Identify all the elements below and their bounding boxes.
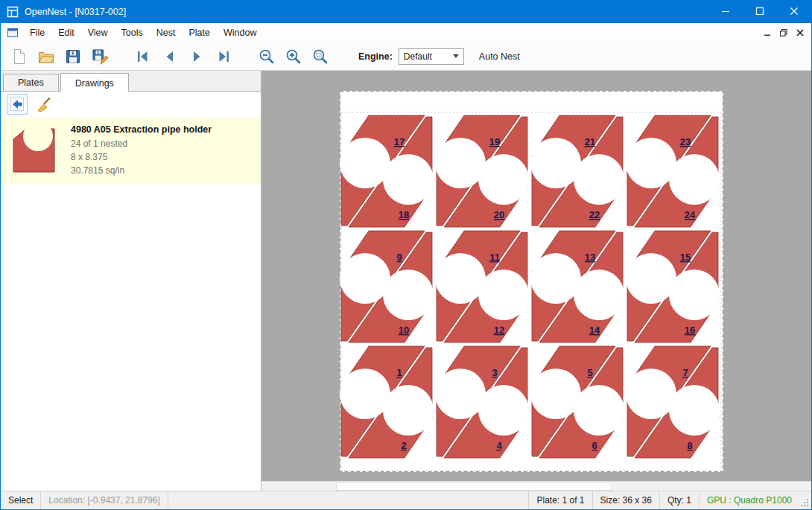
part-notch [626, 138, 676, 188]
next-plate-button[interactable] [185, 45, 208, 68]
part-number-label[interactable]: 13 [585, 252, 595, 263]
zoom-fit-button[interactable] [309, 45, 332, 68]
send-to-nest-button[interactable] [7, 94, 28, 115]
document-icon [7, 27, 19, 39]
app-icon [7, 6, 19, 18]
drawing-size: 8 x 8.375 [71, 151, 212, 163]
drawing-list-item[interactable]: 4980 A05 Extraction pipe holder 24 of 1 … [1, 117, 261, 184]
window-title: OpenNest - [N0317-002] [25, 7, 126, 17]
new-button[interactable] [8, 45, 31, 68]
clean-button[interactable] [34, 94, 54, 115]
drawing-nested-count: 24 of 1 nested [71, 138, 212, 150]
status-mode: Select [1, 491, 41, 509]
part-number-label[interactable]: 19 [489, 136, 500, 147]
menu-view[interactable]: View [81, 23, 115, 42]
auto-nest-button[interactable]: Auto Nest [479, 51, 520, 62]
drawing-area: 30.7815 sq/in [71, 165, 212, 176]
part-number-label[interactable]: 24 [685, 209, 696, 220]
part-number-label[interactable]: 12 [494, 325, 504, 336]
part-number-label[interactable]: 4 [496, 440, 502, 451]
open-button[interactable] [35, 45, 57, 68]
zoom-out-button[interactable] [256, 45, 278, 68]
engine-label: Engine: [358, 51, 393, 62]
zoom-in-icon [285, 48, 302, 66]
part-number-label[interactable]: 20 [494, 209, 504, 220]
close-button[interactable] [777, 1, 811, 23]
part-number-label[interactable]: 7 [682, 367, 688, 378]
part-number-label[interactable]: 16 [685, 325, 695, 336]
next-icon [188, 48, 206, 66]
part-notch [574, 270, 624, 320]
zoom-in-button[interactable] [282, 45, 305, 68]
new-file-icon [10, 48, 28, 66]
part-number-label[interactable]: 18 [399, 209, 409, 220]
part-number-label[interactable]: 1 [396, 367, 402, 378]
menu-nest[interactable]: Nest [150, 23, 183, 42]
open-folder-icon [37, 48, 55, 66]
resize-grip[interactable] [799, 491, 811, 509]
previous-plate-button[interactable] [159, 45, 181, 68]
mdi-minimize-button[interactable] [759, 25, 775, 40]
plate-sheet[interactable]: 171819202122232491011121314151612345678 [340, 91, 723, 472]
window-controls [708, 1, 811, 23]
part-number-label[interactable]: 3 [492, 367, 497, 378]
engine-select[interactable]: Default [399, 48, 464, 65]
maximize-button[interactable] [743, 1, 777, 23]
part-notch [574, 385, 624, 436]
mdi-restore-button[interactable] [775, 25, 792, 40]
chevron-down-icon [453, 54, 459, 58]
part-number-label[interactable]: 9 [396, 252, 402, 263]
part-number-label[interactable]: 5 [587, 367, 592, 378]
part-notch [478, 154, 529, 205]
part-notch [383, 270, 434, 320]
status-location: Location: [-0.9437, 21.8796] [41, 491, 168, 509]
horizontal-scrollbar-thumb[interactable] [336, 482, 612, 491]
panel-tabstrip: Plates Drawings [1, 71, 261, 92]
part-notch [669, 154, 720, 205]
zoom-group [256, 45, 336, 68]
part-number-label[interactable]: 22 [589, 209, 600, 220]
minimize-button[interactable] [708, 1, 743, 23]
save-edit-button[interactable] [89, 45, 111, 68]
close-icon [790, 7, 799, 18]
tab-plates[interactable]: Plates [3, 74, 59, 91]
main-area: Plates Drawings 4980 A05 Extraction pipe… [1, 71, 811, 491]
drawing-item-texts: 4980 A05 Extraction pipe holder 24 of 1 … [71, 124, 212, 177]
tab-drawings[interactable]: Drawings [60, 73, 129, 92]
plate-svg[interactable]: 171819202122232491011121314151612345678 [340, 91, 723, 472]
menu-file[interactable]: File [23, 23, 51, 42]
menu-plate[interactable]: Plate [182, 23, 217, 42]
part-notch [530, 253, 581, 304]
save-button[interactable] [62, 45, 84, 68]
drawings-toolbar [1, 92, 261, 117]
part-number-label[interactable]: 15 [680, 252, 691, 263]
mdi-close-button[interactable] [792, 25, 808, 40]
menu-window[interactable]: Window [217, 23, 263, 42]
minimize-icon [721, 7, 730, 18]
part-number-label[interactable]: 2 [401, 440, 406, 451]
horizontal-scrollbar[interactable] [261, 481, 811, 491]
status-size: Size: 36 x 36 [592, 491, 659, 509]
part-notch [478, 385, 529, 436]
part-number-label[interactable]: 11 [489, 252, 500, 263]
part-number-label[interactable]: 23 [680, 136, 691, 147]
part-notch [478, 270, 529, 320]
part-notch [530, 138, 581, 188]
menu-edit[interactable]: Edit [51, 23, 81, 42]
part-number-label[interactable]: 10 [399, 325, 409, 336]
part-number-label[interactable]: 21 [585, 136, 595, 147]
app-window: OpenNest - [N0317-002] File Edit View To… [0, 0, 812, 510]
mdi-window-controls [759, 25, 811, 40]
part-number-label[interactable]: 8 [687, 440, 692, 451]
part-thumbnail [11, 126, 59, 175]
status-spacer [168, 491, 529, 509]
part-number-label[interactable]: 6 [591, 440, 597, 451]
part-number-label[interactable]: 17 [394, 136, 405, 147]
save-icon [64, 48, 82, 66]
last-plate-button[interactable] [212, 45, 235, 68]
part-number-label[interactable]: 14 [589, 325, 600, 336]
menu-tools[interactable]: Tools [115, 23, 150, 42]
first-plate-button[interactable] [132, 45, 154, 68]
nest-canvas[interactable]: 171819202122232491011121314151612345678 [261, 71, 811, 491]
first-icon [134, 48, 152, 66]
